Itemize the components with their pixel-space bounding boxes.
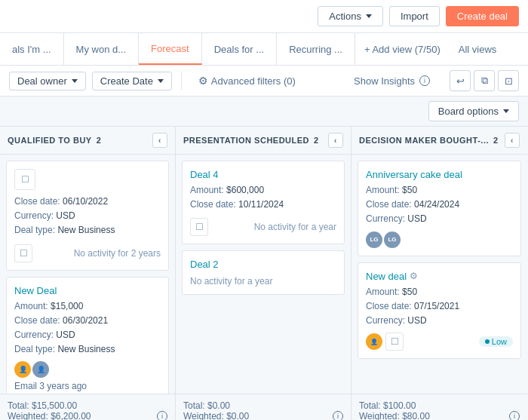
create-deal-button[interactable]: Create deal xyxy=(446,6,519,26)
card-meta-new-deal-d3: Amount: $50 Close date: 07/15/2021 Curre… xyxy=(366,285,513,329)
low-dot xyxy=(485,339,490,344)
card-title-deal4: Deal 4 xyxy=(190,169,336,180)
activity-icon-nd3: ☐ xyxy=(385,333,404,351)
low-badge: Low xyxy=(479,336,513,347)
filter-divider xyxy=(181,72,182,90)
top-bar: Actions Import Create deal xyxy=(0,0,528,33)
email-activity-q2: Email 3 years ago xyxy=(14,381,161,391)
column-nav-decision[interactable]: ‹ xyxy=(505,133,520,148)
card-meta-q1: Close date: 06/10/2022 Currency: USD Dea… xyxy=(14,195,161,238)
card-title-anniversary: Anniversary cake deal xyxy=(366,169,513,180)
tab-als[interactable]: als I'm ... xyxy=(0,33,64,65)
cards-area-presentation: Deal 4 Amount: $600,000 Close date: 10/1… xyxy=(176,155,351,394)
activity-icon-1: ☐ xyxy=(14,169,35,190)
footer-weighted-info-qualified: i xyxy=(157,411,167,420)
create-deal-label: Create deal xyxy=(457,11,508,22)
board: QUALIFIED TO BUY 2 ‹ ☐ Close date: 06/10… xyxy=(0,127,528,420)
actions-chevron-icon xyxy=(366,14,372,18)
import-label: Import xyxy=(401,11,428,22)
footer-weighted-info-decision: i xyxy=(509,411,520,420)
board-options-bar: Board options xyxy=(0,97,528,127)
card-meta-anniversary: Amount: $50 Close date: 04/24/2024 Curre… xyxy=(366,183,513,227)
activity-text-deal2: No activity for a year xyxy=(190,276,272,287)
activity-text-q1: No activity for 2 years xyxy=(74,248,161,259)
advanced-filters-label: Advanced filters (0) xyxy=(211,75,296,87)
column-presentation: PRESENTATION SCHEDULED 2 ‹ Deal 4 Amount… xyxy=(176,127,351,420)
column-title-decision: DECISION MAKER BOUGHT-... xyxy=(359,136,489,145)
show-insights-label: Show Insights xyxy=(354,75,415,87)
board-options-button[interactable]: Board options xyxy=(428,101,519,121)
show-insights-info-icon: i xyxy=(419,75,430,86)
tab-mywon[interactable]: My won d... xyxy=(64,33,139,65)
cards-area-decision: Anniversary cake deal Amount: $50 Close … xyxy=(351,155,527,394)
card-title-deal2: Deal 2 xyxy=(190,259,336,270)
deal-owner-label: Deal owner xyxy=(17,75,67,87)
save-button[interactable]: ⊡ xyxy=(498,70,519,91)
create-date-label: Create Date xyxy=(100,75,153,87)
avatar-q2-2: 👤 xyxy=(32,361,49,378)
column-title-presentation: PRESENTATION SCHEDULED xyxy=(183,136,309,145)
column-decision-maker: DECISION MAKER BOUGHT-... 2 ‹ Anniversar… xyxy=(351,127,527,420)
toolbar-icons: ↩ ⧉ ⊡ xyxy=(450,70,519,91)
column-footer-presentation: Total: $0.00 Weighted: $0.00 i xyxy=(176,394,351,420)
create-date-chevron-icon xyxy=(158,79,164,83)
column-nav-presentation[interactable]: ‹ xyxy=(328,133,343,148)
avatar-lg2: LG xyxy=(384,231,401,248)
tab-forecast[interactable]: Forecast xyxy=(139,33,202,65)
no-activity-icon-deal4: ☐ xyxy=(190,218,208,236)
footer-total-presentation: Total: $0.00 xyxy=(183,400,230,411)
deal-owner-filter[interactable]: Deal owner xyxy=(9,72,86,90)
column-qualified-to-buy: QUALIFIED TO BUY 2 ‹ ☐ Close date: 06/10… xyxy=(0,127,176,420)
footer-total-decision: Total: $100.00 xyxy=(359,400,416,411)
copy-button[interactable]: ⧉ xyxy=(474,70,495,91)
card-title-new-deal: New Deal xyxy=(14,285,161,296)
undo-button[interactable]: ↩ xyxy=(450,70,471,91)
import-button[interactable]: Import xyxy=(389,6,440,26)
cards-area-qualified: ☐ Close date: 06/10/2022 Currency: USD D… xyxy=(0,155,175,394)
no-activity-icon-q1: ☐ xyxy=(14,244,32,262)
settings-icon: ⚙ xyxy=(410,271,418,281)
board-options-chevron-icon xyxy=(503,109,509,113)
footer-weighted-presentation: Weighted: $0.00 xyxy=(183,411,249,420)
column-count-decision: 2 xyxy=(493,136,499,145)
filter-bar: Deal owner Create Date ⚙ Advanced filter… xyxy=(0,66,528,97)
tab-recurring[interactable]: Recurring ... xyxy=(277,33,355,65)
tab-deals-for[interactable]: Deals for ... xyxy=(202,33,277,65)
card-qualified-2[interactable]: New Deal Amount: $15,000 Close date: 06/… xyxy=(6,277,169,394)
actions-button[interactable]: Actions xyxy=(318,6,383,26)
column-header-presentation: PRESENTATION SCHEDULED 2 ‹ xyxy=(176,127,351,155)
advanced-filters-button[interactable]: ⚙ Advanced filters (0) xyxy=(191,72,303,90)
column-nav-qualified[interactable]: ‹ xyxy=(152,133,167,148)
avatar-nd3-1: 👤 xyxy=(366,333,382,350)
board-options-label: Board options xyxy=(438,106,499,117)
column-header-decision: DECISION MAKER BOUGHT-... 2 ‹ xyxy=(351,127,527,155)
create-date-filter[interactable]: Create Date xyxy=(92,72,172,90)
card-title-new-deal-d3: New deal ⚙ xyxy=(366,271,513,282)
avatar-q2-1: 👤 xyxy=(14,361,31,378)
footer-weighted-qualified: Weighted: $6,200.00 xyxy=(8,411,91,420)
card-anniversary[interactable]: Anniversary cake deal Amount: $50 Close … xyxy=(358,161,521,256)
column-count-presentation: 2 xyxy=(314,136,319,145)
activity-text-deal4: No activity for a year xyxy=(254,222,336,232)
column-title-qualified: QUALIFIED TO BUY xyxy=(8,136,92,145)
show-insights-button[interactable]: Show Insights i xyxy=(346,72,437,90)
deal-owner-chevron-icon xyxy=(72,79,78,83)
column-footer-decision: Total: $100.00 Weighted: $80.00 i xyxy=(351,394,527,420)
card-meta-q2: Amount: $15,000 Close date: 06/30/2021 C… xyxy=(14,299,161,357)
avatar-lg1: LG xyxy=(366,231,382,248)
footer-total-qualified: Total: $15,500.00 xyxy=(8,400,77,411)
footer-weighted-info-presentation: i xyxy=(333,411,343,420)
tabs-bar: als I'm ... My won d... Forecast Deals f… xyxy=(0,33,528,66)
avatar-row-nd3: 👤 ☐ xyxy=(366,333,404,351)
card-new-deal-d3[interactable]: New deal ⚙ Amount: $50 Close date: 07/15… xyxy=(358,262,521,360)
card-meta-deal4: Amount: $600,000 Close date: 10/11/2024 xyxy=(190,183,336,212)
card-deal4[interactable]: Deal 4 Amount: $600,000 Close date: 10/1… xyxy=(182,161,345,244)
card-deal2[interactable]: Deal 2 No activity for a year xyxy=(182,250,345,295)
card-footer-deal4: ☐ No activity for a year xyxy=(190,218,336,236)
card-footer-q1: ☐ No activity for 2 years xyxy=(14,244,161,262)
column-count-qualified: 2 xyxy=(97,136,102,145)
column-header-qualified: QUALIFIED TO BUY 2 ‹ xyxy=(0,127,175,155)
tab-add-view[interactable]: + Add view (7/50) xyxy=(355,36,450,63)
tab-all-views[interactable]: All views xyxy=(450,36,506,63)
card-qualified-1[interactable]: ☐ Close date: 06/10/2022 Currency: USD D… xyxy=(6,161,169,271)
